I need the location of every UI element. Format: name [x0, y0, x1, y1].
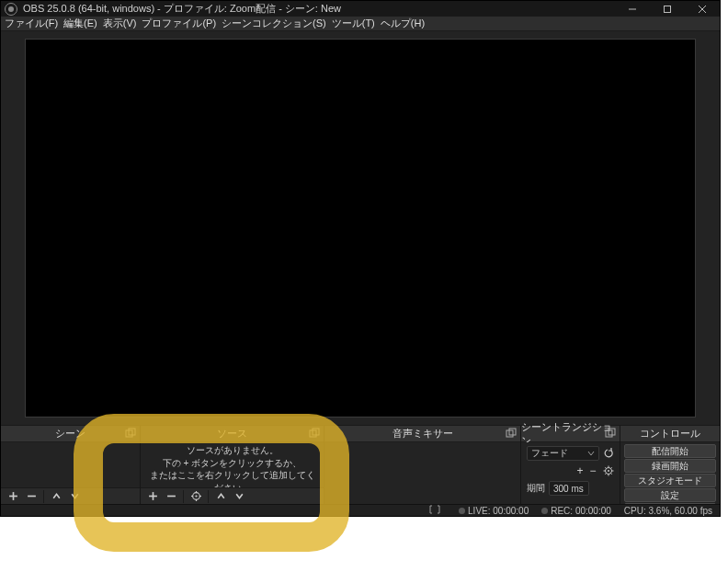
menubar: ファイル(F) 編集(E) 表示(V) プロファイル(P) シーンコレクション(…: [1, 17, 720, 31]
dock-controls-header[interactable]: コントロール: [620, 426, 720, 442]
remove-scene-button[interactable]: [25, 491, 38, 501]
sources-toolbar: [141, 487, 324, 504]
gear-icon[interactable]: [603, 465, 614, 476]
status-live: LIVE: 00:00:00: [459, 506, 529, 516]
statusbar: LIVE: 00:00:00 REC: 00:00:00 CPU: 3.6%, …: [1, 504, 720, 516]
source-down-button[interactable]: [233, 491, 245, 501]
sources-empty-state: ソースがありません。 下の + ボタンをクリックするか、 またはここを右クリック…: [141, 442, 324, 487]
transition-return-icon[interactable]: [603, 448, 614, 459]
obs-window: OBS 25.0.8 (64-bit, windows) - プロファイル: Z…: [0, 0, 721, 517]
minimize-button[interactable]: [615, 1, 650, 17]
live-dot-icon: [459, 508, 465, 514]
controls-body: 配信開始 録画開始 スタジオモード 設定 終了: [620, 442, 720, 504]
transitions-body: フェード + − 期間: [521, 442, 620, 504]
chevron-down-icon: [587, 450, 595, 457]
popout-icon[interactable]: [125, 428, 136, 439]
svg-line-40: [611, 474, 612, 475]
svg-point-24: [195, 495, 197, 497]
transition-select[interactable]: フェード: [527, 446, 599, 461]
menu-edit[interactable]: 編集(E): [63, 17, 97, 30]
dock-scenes: シーン: [1, 426, 141, 504]
scene-down-button[interactable]: [68, 491, 81, 501]
svg-line-41: [611, 467, 612, 468]
transition-add-remove: + −: [574, 463, 599, 478]
sources-empty-line2: 下の + ボタンをクリックするか、: [163, 457, 301, 470]
menu-scene-collection[interactable]: シーンコレクション(S): [222, 17, 326, 30]
menu-tools[interactable]: ツール(T): [332, 17, 375, 30]
sources-list[interactable]: ソースがありません。 下の + ボタンをクリックするか、 またはここを右クリック…: [141, 442, 324, 487]
preview-area: [1, 31, 720, 425]
app-icon: [5, 3, 17, 16]
scene-up-button[interactable]: [50, 491, 63, 501]
transition-duration-input[interactable]: 300 ms: [549, 481, 589, 496]
dock-controls-title: コントロール: [640, 427, 700, 440]
window-controls: [615, 1, 720, 17]
transition-select-value: フェード: [531, 447, 568, 460]
source-up-button[interactable]: [214, 491, 227, 501]
scenes-toolbar: [1, 487, 140, 504]
status-live-text: LIVE: 00:00:00: [468, 506, 529, 516]
status-cpu: CPU: 3.6%, 60.00 fps: [624, 506, 712, 516]
svg-point-34: [608, 470, 609, 472]
dock-sources: ソース ソースがありません。 下の + ボタンをクリックするか、 またはここを右…: [141, 426, 324, 504]
sources-empty-line1: ソースがありません。: [187, 444, 279, 457]
separator: [43, 490, 44, 503]
dock-scenes-header[interactable]: シーン: [1, 426, 140, 442]
start-streaming-button[interactable]: 配信開始: [624, 444, 716, 458]
rec-dot-icon: [541, 508, 548, 514]
exit-button[interactable]: 終了: [624, 503, 716, 504]
svg-rect-1: [665, 6, 671, 12]
sources-empty-line3: またはここを右クリックして追加してください。: [146, 469, 318, 487]
start-recording-button[interactable]: 録画開始: [624, 459, 716, 473]
preview-canvas[interactable]: [25, 39, 696, 418]
menu-profile[interactable]: プロファイル(P): [142, 17, 216, 30]
dock-transitions: シーントランジション フェード +: [521, 426, 620, 504]
remove-source-button[interactable]: [165, 491, 177, 501]
popout-icon[interactable]: [605, 428, 616, 439]
popout-icon[interactable]: [506, 428, 517, 439]
add-source-button[interactable]: [146, 491, 159, 501]
mixer-body[interactable]: [324, 442, 520, 504]
transition-remove-button[interactable]: −: [586, 463, 599, 478]
add-scene-button[interactable]: [6, 491, 19, 501]
dock-transitions-header[interactable]: シーントランジション: [521, 426, 620, 442]
svg-line-39: [605, 467, 606, 468]
transition-duration-label: 期間: [527, 482, 545, 495]
transition-add-button[interactable]: +: [574, 463, 586, 478]
separator: [208, 490, 209, 503]
status-rec: REC: 00:00:00: [541, 506, 611, 516]
svg-line-42: [605, 474, 606, 475]
status-brackets-icon: [429, 505, 446, 516]
dock-mixer-title: 音声ミキサー: [392, 427, 453, 440]
settings-button[interactable]: 設定: [624, 488, 716, 502]
studio-mode-button[interactable]: スタジオモード: [624, 474, 716, 487]
close-button[interactable]: [685, 1, 720, 17]
transition-duration-value: 300 ms: [553, 484, 584, 494]
dock-scenes-title: シーン: [55, 427, 85, 440]
source-properties-button[interactable]: [189, 491, 202, 501]
popout-icon[interactable]: [309, 428, 320, 439]
menu-view[interactable]: 表示(V): [103, 17, 137, 30]
dock-sources-title: ソース: [217, 427, 247, 440]
dock-mixer-header[interactable]: 音声ミキサー: [324, 426, 520, 442]
menu-help[interactable]: ヘルプ(H): [381, 17, 425, 30]
dock-sources-header[interactable]: ソース: [141, 426, 324, 442]
menu-file[interactable]: ファイル(F): [5, 17, 58, 30]
maximize-button[interactable]: [650, 1, 685, 17]
titlebar: OBS 25.0.8 (64-bit, windows) - プロファイル: Z…: [1, 1, 720, 17]
separator: [183, 490, 184, 503]
dock-mixer: 音声ミキサー: [324, 426, 521, 504]
dock-controls: コントロール 配信開始 録画開始 スタジオモード 設定 終了: [620, 426, 720, 504]
docks: シーン ソース ソースがありません。 下の + ボタンをクリックするか: [1, 425, 720, 504]
scenes-list[interactable]: [1, 442, 140, 487]
status-rec-text: REC: 00:00:00: [551, 506, 611, 516]
window-title: OBS 25.0.8 (64-bit, windows) - プロファイル: Z…: [23, 2, 615, 16]
